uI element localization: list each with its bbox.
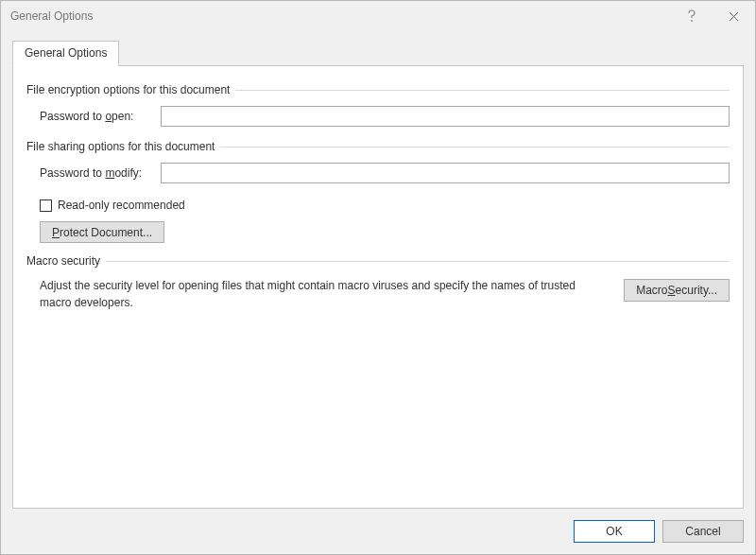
tab-general-options[interactable]: General Options	[12, 41, 119, 66]
readonly-label: Read-only recommended	[58, 199, 185, 212]
macro-security-button[interactable]: Macro Security...	[624, 279, 730, 302]
general-options-dialog: General Options General Options File enc…	[0, 0, 756, 555]
password-modify-label: Password to modify:	[40, 166, 161, 180]
macro-row: Adjust the security level for opening fi…	[40, 277, 730, 311]
group-encryption-header: File encryption options for this documen…	[26, 83, 730, 96]
svg-point-0	[691, 20, 693, 22]
window-title: General Options	[10, 9, 670, 23]
password-modify-input[interactable]	[161, 163, 730, 183]
cancel-button[interactable]: Cancel	[662, 520, 744, 543]
dialog-body: General Options File encryption options …	[1, 31, 755, 509]
protect-row: Protect Document...	[40, 221, 730, 243]
password-open-input[interactable]	[161, 106, 730, 127]
help-icon	[687, 9, 696, 23]
tab-page: File encryption options for this documen…	[12, 65, 744, 509]
password-open-label: Password to open:	[40, 110, 161, 123]
close-button[interactable]	[713, 1, 755, 31]
macro-description: Adjust the security level for opening fi…	[40, 277, 624, 311]
group-macro-header: Macro security	[26, 254, 730, 268]
tabstrip: General Options	[12, 41, 744, 65]
close-icon	[729, 11, 739, 22]
footer: OK Cancel	[1, 509, 755, 554]
ok-button[interactable]: OK	[574, 520, 655, 543]
password-open-row: Password to open:	[40, 106, 730, 127]
password-modify-row: Password to modify:	[40, 163, 730, 183]
titlebar: General Options	[1, 1, 755, 31]
readonly-checkbox[interactable]	[40, 199, 52, 212]
protect-document-button[interactable]: Protect Document...	[40, 221, 164, 243]
readonly-row[interactable]: Read-only recommended	[40, 199, 730, 212]
help-button[interactable]	[670, 1, 713, 31]
group-sharing-header: File sharing options for this document	[26, 140, 730, 153]
